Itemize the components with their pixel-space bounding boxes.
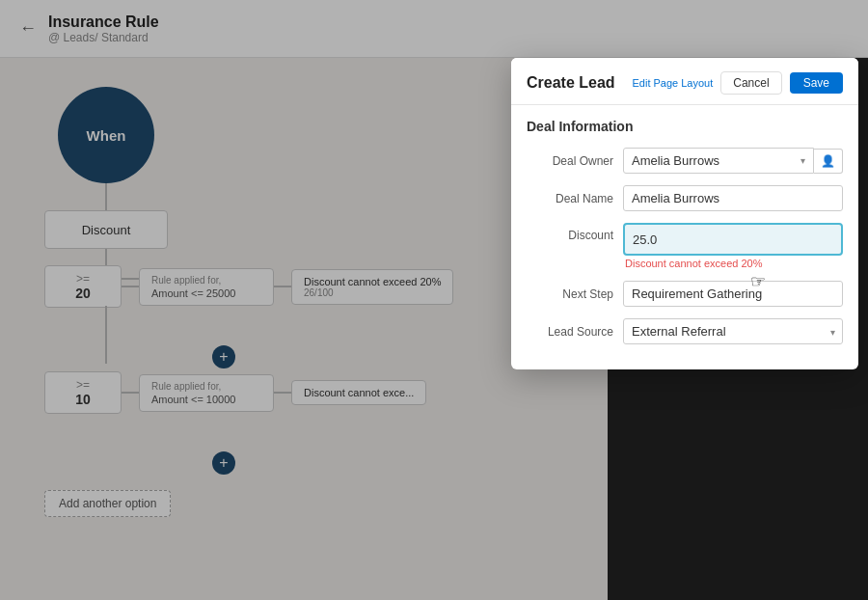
discount-input[interactable] <box>633 232 833 247</box>
modal-overlay: Create Lead Edit Page Layout Cancel Save… <box>0 0 868 600</box>
modal-title: Create Lead <box>527 74 615 92</box>
create-lead-modal: Create Lead Edit Page Layout Cancel Save… <box>511 58 858 369</box>
lead-source-select-wrapper: External Referral Web Phone Inquiry Part… <box>623 318 843 344</box>
lead-source-row: Lead Source External Referral Web Phone … <box>527 318 843 344</box>
deal-owner-row: Deal Owner Amelia Burrows ▾ 👤 <box>527 148 843 174</box>
deal-name-row: Deal Name <box>527 185 843 211</box>
modal-body: Deal Information Deal Owner Amelia Burro… <box>511 105 858 369</box>
deal-owner-dropdown-icon: ▾ <box>800 155 805 166</box>
deal-owner-label: Deal Owner <box>527 154 613 168</box>
discount-field-wrapper: Discount cannot exceed 20% <box>623 223 843 269</box>
discount-field-container <box>623 223 843 256</box>
deal-owner-person-button[interactable]: 👤 <box>814 149 843 174</box>
modal-header-actions: Edit Page Layout Cancel Save <box>632 71 843 95</box>
lead-source-label: Lead Source <box>527 325 613 339</box>
discount-label: Discount <box>527 229 613 242</box>
deal-owner-field-wrapper: Amelia Burrows ▾ 👤 <box>623 148 843 174</box>
next-step-input[interactable] <box>623 281 843 307</box>
lead-source-select[interactable]: External Referral Web Phone Inquiry Part… <box>623 318 843 344</box>
discount-row: Discount Discount cannot exceed 20% <box>527 223 843 269</box>
deal-name-label: Deal Name <box>527 192 613 205</box>
cancel-button[interactable]: Cancel <box>720 71 781 95</box>
deal-name-input[interactable] <box>623 185 843 211</box>
section-title: Deal Information <box>527 119 843 134</box>
next-step-row: Next Step <box>527 281 843 307</box>
deal-owner-select-wrapper: Amelia Burrows ▾ <box>623 148 814 174</box>
modal-header: Create Lead Edit Page Layout Cancel Save <box>511 58 858 105</box>
edit-page-layout-link[interactable]: Edit Page Layout <box>632 77 713 89</box>
next-step-label: Next Step <box>527 287 613 301</box>
save-button[interactable]: Save <box>790 72 843 94</box>
deal-owner-value: Amelia Burrows <box>632 153 800 168</box>
discount-error: Discount cannot exceed 20% <box>623 258 843 269</box>
